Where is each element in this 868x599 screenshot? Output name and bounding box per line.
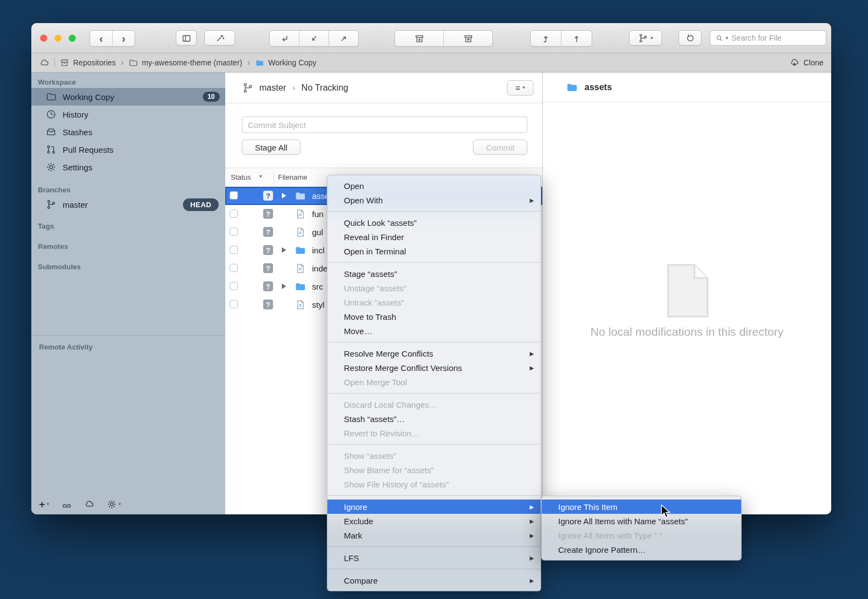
submenu-arrow-icon: ▶ bbox=[530, 504, 534, 510]
panel-view-button[interactable] bbox=[176, 30, 197, 46]
divider bbox=[54, 58, 55, 68]
undo-circle-icon bbox=[685, 33, 695, 43]
breadcrumb-item-repo[interactable]: my-awesome-theme (master) bbox=[129, 58, 242, 68]
status-badge: ? bbox=[263, 209, 273, 219]
stage-all-button[interactable]: Stage All bbox=[242, 140, 301, 155]
stage-checkbox[interactable] bbox=[230, 209, 238, 218]
menu-item-exclude[interactable]: Exclude▶ bbox=[327, 514, 541, 528]
menu-item-quick-look[interactable]: Quick Look “assets” bbox=[327, 215, 541, 230]
stage-checkbox[interactable] bbox=[230, 264, 238, 272]
disclosure-triangle-icon[interactable] bbox=[282, 247, 286, 253]
menu-item-discard-local-changes: Discard Local Changes… bbox=[327, 397, 541, 412]
menu-item-stash[interactable]: Stash “assets”… bbox=[327, 412, 541, 426]
sidebar-header-tags: Tags bbox=[31, 218, 225, 234]
submenu-item-create-ignore-pattern[interactable]: Create Ignore Pattern… bbox=[542, 542, 741, 557]
list-view-options-button[interactable]: ≡ ▾ bbox=[507, 80, 533, 96]
breadcrumb-separator-icon: › bbox=[292, 82, 296, 93]
merge-toolbar-button[interactable] bbox=[270, 31, 299, 46]
file-search-field[interactable]: ▾ bbox=[710, 30, 826, 46]
checkout-toolbar-button[interactable] bbox=[299, 31, 329, 46]
menu-item-move[interactable]: Move… bbox=[327, 324, 541, 338]
settings-gear-button[interactable]: ▾ bbox=[107, 499, 121, 509]
zoom-window-button[interactable] bbox=[69, 35, 76, 42]
sidebar-item-settings[interactable]: Settings bbox=[31, 158, 225, 176]
arrow-up-right-icon bbox=[338, 34, 349, 44]
search-icon bbox=[715, 34, 724, 42]
clone-button[interactable]: Clone bbox=[789, 58, 824, 68]
menu-item-open-with[interactable]: Open With▶ bbox=[327, 193, 541, 207]
sidebar-item-stashes[interactable]: Stashes bbox=[31, 123, 225, 141]
file-icon bbox=[294, 208, 306, 220]
menu-item-ignore[interactable]: Ignore▶ bbox=[327, 500, 541, 514]
push-toolbar-button[interactable] bbox=[531, 31, 561, 46]
undo-toolbar-button[interactable] bbox=[678, 30, 702, 46]
back-button[interactable]: ‹ bbox=[90, 31, 112, 46]
menu-separator bbox=[327, 262, 541, 263]
chevron-down-icon: ▾ bbox=[650, 36, 653, 41]
menu-item-lfs[interactable]: LFS▶ bbox=[327, 551, 541, 565]
column-header-status[interactable]: Status bbox=[231, 173, 251, 181]
menu-item-open-in-terminal[interactable]: Open in Terminal bbox=[327, 244, 541, 258]
stage-checkbox[interactable] bbox=[230, 228, 238, 236]
disclosure-triangle-icon[interactable] bbox=[282, 284, 286, 289]
blue-folder-icon bbox=[255, 58, 264, 68]
repo-folder-icon bbox=[129, 58, 138, 68]
empty-state-message: No local modifications in this directory bbox=[543, 325, 831, 339]
cloud-button[interactable] bbox=[84, 499, 94, 509]
sidebar-header-branches: Branches bbox=[31, 184, 225, 196]
status-badge: ? bbox=[263, 245, 273, 255]
push-branch-toolbar-button[interactable] bbox=[329, 31, 358, 46]
stage-checkbox[interactable] bbox=[230, 191, 238, 199]
arrow-up-bar-icon bbox=[571, 34, 582, 44]
stage-checkbox[interactable] bbox=[230, 246, 238, 254]
apply-stash-toolbar-button[interactable] bbox=[443, 31, 492, 46]
chevron-down-icon: ▾ bbox=[522, 85, 525, 90]
branch-menu-button[interactable]: ▾ bbox=[629, 30, 662, 46]
commit-subject-input[interactable] bbox=[242, 117, 527, 133]
menu-separator bbox=[327, 546, 541, 547]
quick-actions-button[interactable] bbox=[204, 30, 235, 46]
cloud-icon[interactable] bbox=[39, 58, 49, 68]
column-divider bbox=[274, 170, 274, 184]
breadcrumb-item-working-copy[interactable]: Working Copy bbox=[255, 58, 316, 68]
chevron-down-icon: ▾ bbox=[47, 502, 49, 507]
stage-checkbox[interactable] bbox=[230, 300, 238, 308]
sidebar-item-working-copy[interactable]: Working Copy 10 bbox=[31, 88, 225, 106]
submenu-arrow-icon: ▶ bbox=[530, 351, 534, 357]
submenu-item-ignore-this-item[interactable]: Ignore This Item bbox=[542, 500, 741, 514]
sidebar-item-branch-master[interactable]: master HEAD bbox=[31, 196, 225, 213]
chevron-down-icon: ▾ bbox=[119, 502, 121, 507]
fetch-toolbar-button[interactable] bbox=[561, 31, 592, 46]
sidebar-item-pull-requests[interactable]: Pull Requests bbox=[31, 141, 225, 158]
menu-item-restore-merge-conflict-versions[interactable]: Restore Merge Conflict Versions▶ bbox=[327, 360, 541, 375]
search-input[interactable] bbox=[731, 33, 821, 43]
window-controls bbox=[40, 35, 76, 42]
column-header-filename[interactable]: Filename bbox=[278, 173, 307, 181]
add-repository-button[interactable]: + ▾ bbox=[39, 499, 49, 509]
stash-toolbar-button[interactable] bbox=[395, 31, 443, 46]
breadcrumb-item-repositories[interactable]: Repositories bbox=[60, 58, 116, 68]
menu-item-mark[interactable]: Mark▶ bbox=[327, 528, 541, 542]
detail-panel-body: No local modifications in this directory bbox=[543, 102, 831, 514]
submenu-item-ignore-all-items-with-name[interactable]: Ignore All Items with Name “assets” bbox=[542, 514, 741, 528]
close-window-button[interactable] bbox=[40, 35, 47, 42]
disclosure-triangle-icon[interactable] bbox=[282, 193, 286, 198]
change-count-badge: 10 bbox=[203, 92, 220, 102]
git-branch-icon bbox=[638, 33, 648, 43]
ignore-submenu: Ignore This Item Ignore All Items with N… bbox=[541, 496, 742, 561]
stage-checkbox[interactable] bbox=[230, 282, 238, 290]
menu-item-resolve-merge-conflicts[interactable]: Resolve Merge Conflicts▶ bbox=[327, 346, 541, 360]
chevron-left-icon: ‹ bbox=[99, 33, 103, 44]
folder-icon bbox=[46, 91, 57, 102]
forward-button[interactable]: › bbox=[112, 31, 135, 46]
inbox-tray-button[interactable] bbox=[62, 499, 72, 509]
menu-item-reveal-in-finder[interactable]: Reveal in Finder bbox=[327, 230, 541, 244]
menu-item-move-to-trash[interactable]: Move to Trash bbox=[327, 309, 541, 324]
pull-request-icon bbox=[46, 144, 57, 155]
menu-item-compare[interactable]: Compare▶ bbox=[327, 573, 541, 587]
sidebar-item-history[interactable]: History bbox=[31, 106, 225, 123]
minimize-window-button[interactable] bbox=[54, 35, 62, 42]
sidebar-divider bbox=[31, 335, 225, 336]
menu-item-stage[interactable]: Stage “assets” bbox=[327, 267, 541, 281]
menu-item-open[interactable]: Open bbox=[327, 179, 541, 193]
